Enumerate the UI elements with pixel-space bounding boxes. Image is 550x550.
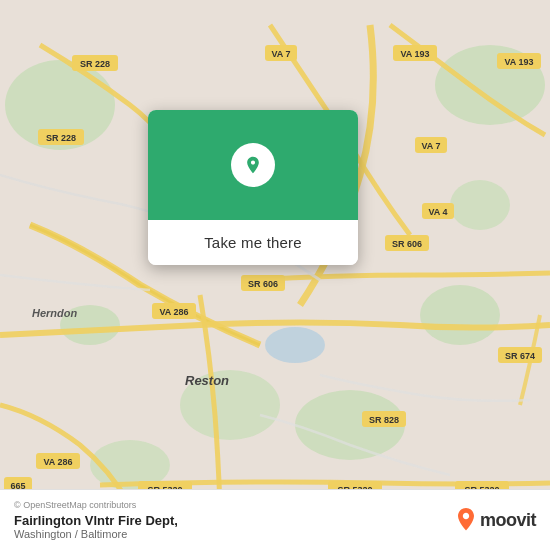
svg-point-3 <box>420 285 500 345</box>
popup-card: Take me there <box>148 110 358 265</box>
moovit-pin-icon <box>456 508 476 532</box>
popup-map-area <box>148 110 358 220</box>
svg-point-8 <box>450 180 510 230</box>
map-container: SR 228 SR 228 VA 7 VA 7 VA 193 VA 193 SR… <box>0 0 550 550</box>
place-region: Washington / Baltimore <box>14 528 178 540</box>
svg-text:SR 674: SR 674 <box>505 351 535 361</box>
svg-text:SR 606: SR 606 <box>248 279 278 289</box>
svg-text:SR 606: SR 606 <box>392 239 422 249</box>
svg-text:VA 193: VA 193 <box>400 49 429 59</box>
bottom-bar: © OpenStreetMap contributors Fairlington… <box>0 489 550 550</box>
location-pin-icon <box>231 143 275 187</box>
svg-text:SR 228: SR 228 <box>80 59 110 69</box>
svg-point-9 <box>265 327 325 363</box>
svg-text:SR 828: SR 828 <box>369 415 399 425</box>
svg-text:SR 228: SR 228 <box>46 133 76 143</box>
svg-text:Herndon: Herndon <box>32 307 78 319</box>
svg-text:VA 286: VA 286 <box>43 457 72 467</box>
place-name: Fairlington Vlntr Fire Dept, <box>14 513 178 528</box>
map-background: SR 228 SR 228 VA 7 VA 7 VA 193 VA 193 SR… <box>0 0 550 550</box>
svg-text:VA 193: VA 193 <box>504 57 533 67</box>
take-me-there-button[interactable]: Take me there <box>148 220 358 265</box>
svg-text:VA 286: VA 286 <box>159 307 188 317</box>
bottom-left-info: © OpenStreetMap contributors Fairlington… <box>14 500 178 540</box>
moovit-logo: moovit <box>456 508 536 532</box>
svg-text:VA 4: VA 4 <box>428 207 447 217</box>
moovit-text: moovit <box>480 510 536 531</box>
svg-text:Reston: Reston <box>185 373 229 388</box>
svg-text:VA 7: VA 7 <box>421 141 440 151</box>
osm-attribution: © OpenStreetMap contributors <box>14 500 178 510</box>
svg-text:VA 7: VA 7 <box>271 49 290 59</box>
